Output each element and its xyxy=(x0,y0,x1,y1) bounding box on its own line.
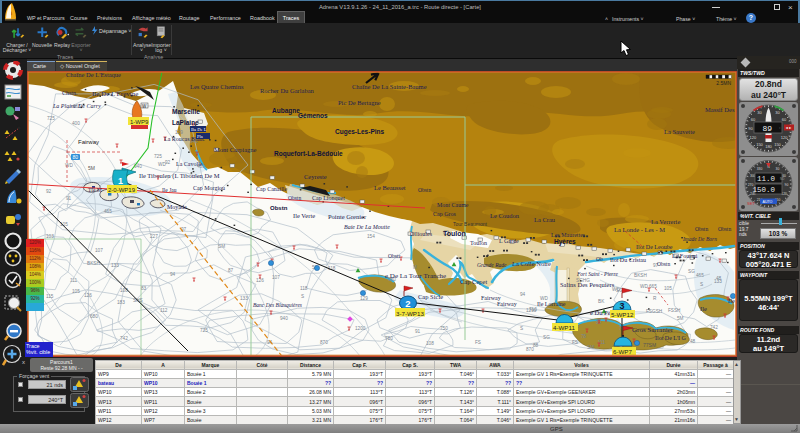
svg-text:La Plaine De Carry: La Plaine De Carry xyxy=(52,103,101,109)
svg-text:La Londe - Les - M: La Londe - Les - M xyxy=(614,226,665,233)
svg-text:FSGSH: FSGSH xyxy=(646,309,662,314)
svg-text:5-WP12: 5-WP12 xyxy=(611,311,634,318)
svg-text:83: 83 xyxy=(141,286,147,291)
svg-text:742: 742 xyxy=(120,336,128,341)
svg-text:48: 48 xyxy=(716,276,722,281)
svg-text:Imade De Born: Imade De Born xyxy=(682,236,717,242)
svg-text:Obstn: Obstn xyxy=(288,195,301,201)
svg-text:103: 103 xyxy=(46,234,54,239)
svg-text:Obstn: Obstn xyxy=(718,226,731,232)
svg-text:2: 2 xyxy=(405,298,410,309)
svg-text:115: 115 xyxy=(46,294,54,299)
svg-text:Ob: Ob xyxy=(596,256,603,262)
svg-text:60: 60 xyxy=(782,117,787,122)
svg-text:Hyères: Hyères xyxy=(554,238,576,246)
svg-text:6-WP7: 6-WP7 xyxy=(613,348,632,355)
svg-text:Banc Des Blauquières: Banc Des Blauquières xyxy=(253,302,302,308)
svg-text:120: 120 xyxy=(781,135,788,140)
svg-text:SG: SG xyxy=(543,335,550,340)
svg-text:750: 750 xyxy=(440,326,448,331)
svg-text:S: S xyxy=(520,326,523,331)
svg-text:Gros Sarranier: Gros Sarranier xyxy=(632,326,674,334)
svg-text:Roquefort-La-Bédoule: Roquefort-La-Bédoule xyxy=(274,150,343,158)
svg-text:Grande Rade: Grande Rade xyxy=(477,262,507,268)
svg-text:BKSH: BKSH xyxy=(87,261,100,266)
svg-text:◄►: ◄► xyxy=(785,126,792,130)
svg-text:Mont Carpiagne: Mont Carpiagne xyxy=(214,146,257,153)
svg-text:AUTO: AUTO xyxy=(763,200,773,204)
svg-text:92: 92 xyxy=(165,160,171,165)
svg-text:Tour Beaumont: Tour Beaumont xyxy=(453,221,488,227)
svg-text:Chaîne De La Sainte-Baume: Chaîne De La Sainte-Baume xyxy=(352,83,427,90)
svg-text:150: 150 xyxy=(756,142,763,147)
svg-text:LaPlaine: LaPlaine xyxy=(172,119,199,126)
svg-text:Ceyreste: Ceyreste xyxy=(304,173,327,180)
svg-text:710: 710 xyxy=(529,307,537,312)
svg-text:SG: SG xyxy=(688,269,695,274)
svg-text:48: 48 xyxy=(690,339,696,344)
svg-text:90: 90 xyxy=(748,126,753,131)
svg-text:107: 107 xyxy=(95,248,103,253)
svg-text:Tle M: Tle M xyxy=(88,187,102,193)
svg-text:Obstn: Obstn xyxy=(657,261,670,267)
svg-text:Mont Caume: Mont Caume xyxy=(437,202,469,208)
svg-text:Chstn.: Chstn. xyxy=(62,90,78,96)
svg-text:120: 120 xyxy=(750,135,757,140)
svg-text:118: 118 xyxy=(300,286,308,291)
svg-text:940: 940 xyxy=(280,316,288,321)
svg-text:108: 108 xyxy=(120,288,128,293)
svg-text:183: 183 xyxy=(117,300,125,305)
svg-text:Ile Jau: Ile Jau xyxy=(162,187,177,193)
svg-text:Fairway: Fairway xyxy=(78,139,99,145)
svg-text:BK: BK xyxy=(598,299,605,304)
svg-text:FS: FS xyxy=(572,340,578,345)
svg-text:129: 129 xyxy=(360,296,368,301)
svg-text:89: 89 xyxy=(762,124,772,133)
svg-text:Ile: Ile xyxy=(728,297,735,304)
svg-text:Ba De L: Ba De L xyxy=(191,127,207,132)
svg-text:Baie De La Moutte: Baie De La Moutte xyxy=(344,224,390,230)
svg-text:Cap Sicie: Cap Sicie xyxy=(418,293,443,300)
svg-text:Rocher Du Garlaban: Rocher Du Garlaban xyxy=(260,87,315,94)
svg-text:1: 1 xyxy=(118,176,123,186)
svg-text:Gémenos: Gémenos xyxy=(298,112,328,119)
svg-text:Fairway: Fairway xyxy=(497,301,517,307)
svg-text:126: 126 xyxy=(84,293,92,298)
svg-text:Ile De L'Erevine: Ile De L'Erevine xyxy=(92,90,138,98)
svg-text:Pointe Grenier: Pointe Grenier xyxy=(328,213,367,220)
svg-text:L Garde: L Garde xyxy=(499,238,519,244)
svg-text:Moyade: Moyade xyxy=(167,204,187,210)
svg-text:La Cavolle: La Cavolle xyxy=(176,161,203,167)
svg-text:Cap Morgiou: Cap Morgiou xyxy=(193,185,225,191)
svg-text:M: M xyxy=(413,265,417,270)
svg-text:Massif Des: Massif Des xyxy=(705,106,735,113)
svg-text:3-7-WP13: 3-7-WP13 xyxy=(396,310,424,317)
svg-text:227: 227 xyxy=(150,234,158,239)
svg-text:77SM: 77SM xyxy=(643,342,656,348)
svg-text:30: 30 xyxy=(776,167,780,171)
svg-text:2.5MN: 2.5MN xyxy=(716,80,731,86)
svg-text:725: 725 xyxy=(47,116,55,121)
svg-text:Les Quatre Chemins: Les Quatre Chemins xyxy=(190,83,244,90)
svg-text:Salins Des Pesquiers: Salins Des Pesquiers xyxy=(560,281,615,288)
svg-text:5M: 5M xyxy=(88,165,95,171)
svg-text:FS: FS xyxy=(475,340,481,345)
svg-text:Cap Gros: Cap Gros xyxy=(433,211,456,217)
svg-text:180: 180 xyxy=(765,144,772,149)
svg-text:La Sauvette: La Sauvette xyxy=(664,128,695,135)
svg-text:3: 3 xyxy=(619,301,624,311)
svg-text:11.0: 11.0 xyxy=(757,175,776,183)
svg-text:1200: 1200 xyxy=(355,326,366,331)
svg-text:Ile Verte: Ile Verte xyxy=(293,212,315,219)
svg-text:80: 80 xyxy=(73,154,79,160)
svg-text:94: 94 xyxy=(170,272,176,277)
svg-text:725: 725 xyxy=(200,328,208,333)
svg-text:WD: WD xyxy=(640,284,648,289)
svg-text:5M: 5M xyxy=(677,316,684,321)
svg-text:La Colle Noire: La Colle Noire xyxy=(512,260,551,267)
svg-text:Ile: Ile xyxy=(700,305,707,312)
svg-text:105: 105 xyxy=(664,286,672,291)
svg-text:92: 92 xyxy=(46,189,52,194)
svg-text:Toulon: Toulon xyxy=(470,240,487,246)
svg-text:Aubagne: Aubagne xyxy=(272,107,300,115)
